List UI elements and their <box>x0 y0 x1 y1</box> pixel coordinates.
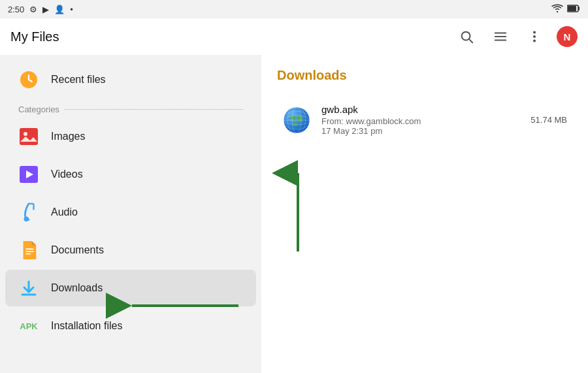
sidebar-item-videos[interactable]: Videos <box>5 156 256 193</box>
file-info: gwb.apk From: www.gamblock.com 17 May 2:… <box>321 104 520 136</box>
main-layout: Recent files Categories Images <box>0 55 588 373</box>
downloads-label: Downloads <box>51 282 103 294</box>
avatar-label: N <box>564 31 571 42</box>
list-view-button[interactable] <box>489 25 512 48</box>
file-date: 17 May 2:31 pm <box>321 126 520 136</box>
content-area: Downloads <box>261 55 588 373</box>
file-source: From: www.gamblock.com <box>321 116 520 126</box>
status-bar-right <box>551 4 580 15</box>
status-bar: 2:50 ⚙ ▶ 👤 • <box>0 0 588 18</box>
search-button[interactable] <box>455 25 478 48</box>
installation-icon: APK <box>18 316 39 336</box>
svg-point-12 <box>24 132 27 136</box>
file-item[interactable]: gwb.apk From: www.gamblock.com 17 May 2:… <box>277 96 572 144</box>
sidebar-item-installation[interactable]: APK Installation files <box>5 308 256 344</box>
user-avatar-button[interactable]: N <box>557 26 578 47</box>
file-size: 51.74 MB <box>531 115 567 125</box>
installation-label: Installation files <box>51 320 122 332</box>
svg-point-8 <box>533 35 536 38</box>
app-bar: My Files N <box>0 18 588 55</box>
sidebar-item-documents[interactable]: Documents <box>5 232 256 268</box>
app-title: My Files <box>10 29 59 44</box>
svg-rect-11 <box>20 128 38 145</box>
sidebar-item-recent-files[interactable]: Recent files <box>5 61 256 98</box>
categories-label: Categories <box>18 105 59 114</box>
content-title: Downloads <box>277 68 572 83</box>
sidebar-item-downloads[interactable]: Downloads <box>5 270 256 306</box>
svg-line-3 <box>469 39 472 42</box>
svg-point-26 <box>293 122 298 126</box>
images-label: Images <box>51 131 85 142</box>
status-bar-left: 2:50 ⚙ ▶ 👤 • <box>8 5 73 14</box>
videos-label: Videos <box>51 169 83 180</box>
svg-point-7 <box>533 31 536 34</box>
sidebar-item-audio[interactable]: Audio <box>5 194 256 231</box>
videos-icon <box>18 164 39 185</box>
svg-point-25 <box>297 116 302 122</box>
documents-label: Documents <box>51 244 104 256</box>
recent-files-label: Recent files <box>51 74 106 86</box>
more-options-button[interactable] <box>523 25 546 48</box>
sidebar-item-images[interactable]: Images <box>5 118 256 155</box>
recent-files-icon <box>18 69 39 90</box>
wifi-icon <box>551 4 563 15</box>
svg-point-9 <box>533 39 536 42</box>
settings-icon: ⚙ <box>29 5 37 14</box>
file-type-icon <box>282 106 311 135</box>
categories-header: Categories <box>0 99 261 117</box>
file-name: gwb.apk <box>321 104 520 115</box>
documents-icon <box>18 240 39 261</box>
battery-icon <box>567 5 580 14</box>
person-icon: 👤 <box>54 5 65 14</box>
audio-icon <box>18 202 39 223</box>
sidebar: Recent files Categories Images <box>0 55 261 373</box>
downloads-icon <box>18 278 39 299</box>
images-icon <box>18 126 39 147</box>
status-time: 2:50 <box>8 5 24 14</box>
svg-point-15 <box>24 217 29 222</box>
svg-rect-1 <box>568 6 576 11</box>
dot-indicator: • <box>70 5 73 14</box>
app-bar-actions: N <box>455 25 578 48</box>
youtube-icon: ▶ <box>42 5 49 14</box>
audio-label: Audio <box>51 206 78 218</box>
